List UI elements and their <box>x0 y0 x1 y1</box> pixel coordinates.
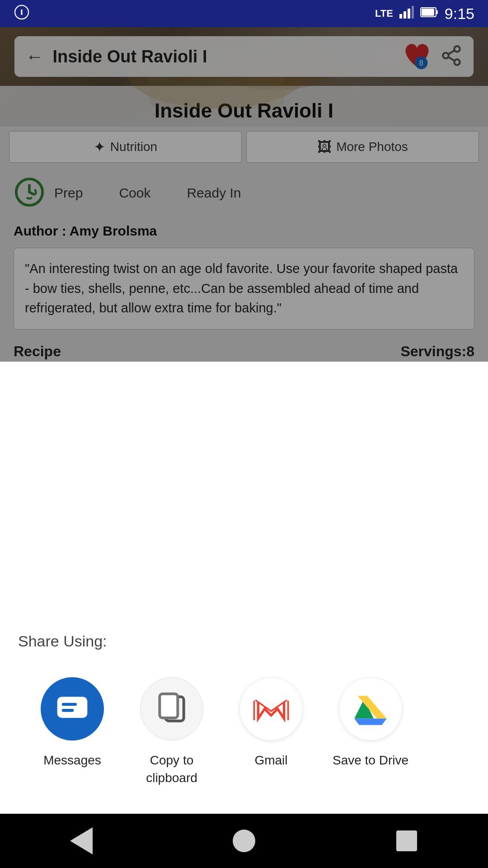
share-option-clipboard[interactable]: Copy toclipboard <box>122 677 221 787</box>
clipboard-label: Copy toclipboard <box>146 751 197 787</box>
gmail-label: Gmail <box>254 751 287 769</box>
share-title: Share Using: <box>18 632 470 650</box>
app-background: ← Inside Out Ravioli I 8 Inside Out Ravi… <box>0 27 488 362</box>
svg-rect-20 <box>57 697 88 718</box>
clipboard-icon <box>140 677 203 741</box>
share-options: Messages Copy toclipboard <box>18 677 470 787</box>
signal-bars <box>399 6 414 22</box>
drive-label: Save to Drive <box>333 751 408 769</box>
svg-rect-5 <box>412 6 414 19</box>
home-nav-button[interactable] <box>230 827 258 854</box>
svg-rect-3 <box>404 11 406 19</box>
share-panel: Share Using: Messages Copy <box>0 610 488 814</box>
svg-rect-4 <box>408 9 410 19</box>
svg-rect-8 <box>422 9 434 16</box>
home-nav-icon <box>233 830 255 852</box>
svg-rect-24 <box>160 693 178 717</box>
share-option-gmail[interactable]: Gmail <box>221 677 321 787</box>
back-nav-button[interactable] <box>68 827 95 854</box>
share-option-drive[interactable]: Save to Drive <box>321 677 420 787</box>
drive-icon <box>339 677 402 741</box>
recents-nav-button[interactable] <box>393 827 420 854</box>
dim-overlay <box>0 27 488 362</box>
signal-icon <box>14 4 30 24</box>
back-nav-icon <box>70 827 93 854</box>
bottom-nav <box>0 814 488 868</box>
messages-label: Messages <box>43 751 101 769</box>
battery-icon <box>420 6 438 21</box>
svg-rect-7 <box>436 10 438 14</box>
share-option-messages[interactable]: Messages <box>23 677 122 787</box>
gmail-icon <box>239 677 303 741</box>
svg-rect-2 <box>399 14 402 19</box>
status-bar: LTE 9:15 <box>0 0 488 27</box>
lte-label: LTE <box>375 8 393 19</box>
time-display: 9:15 <box>445 5 474 23</box>
recents-nav-icon <box>396 830 417 851</box>
messages-icon <box>41 677 104 741</box>
